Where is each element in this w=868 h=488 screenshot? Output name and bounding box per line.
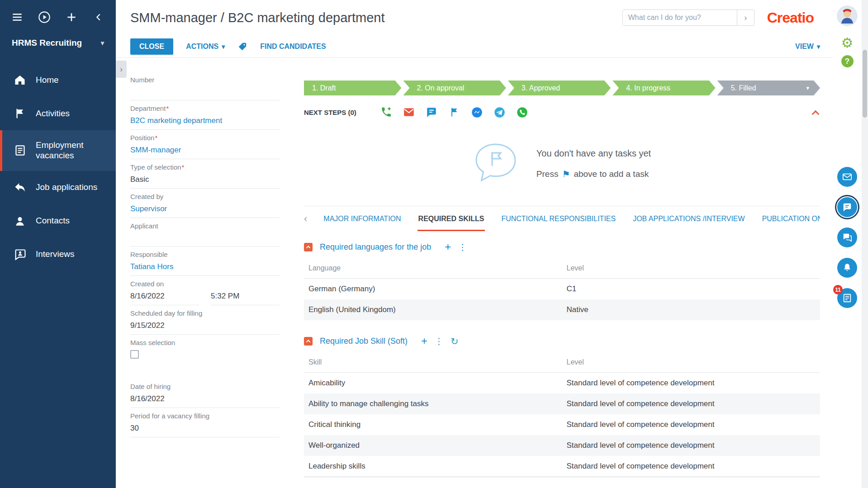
scheduled-day-value[interactable]: 9/15/2022: [130, 319, 280, 335]
section-title[interactable]: Required languages for the job: [320, 242, 431, 252]
field-applicant: Applicant: [130, 222, 280, 246]
workspace-selector[interactable]: HRMS Recruiting ▾: [0, 32, 116, 57]
column-header[interactable]: Level: [562, 353, 821, 373]
stage-approved[interactable]: 3. Approved: [508, 81, 611, 95]
sidebar-item-contacts[interactable]: Contacts: [0, 204, 116, 238]
tab-functional-responsibilities[interactable]: FUNCTIONAL RESPONSIBILITIES: [500, 207, 617, 231]
department-value[interactable]: B2C marketing department: [130, 114, 280, 130]
table-row[interactable]: Ability to manage challenging tasks Stan…: [304, 393, 820, 414]
more-options-icon[interactable]: ⋮: [435, 337, 443, 346]
email-icon[interactable]: [403, 106, 415, 118]
table-row[interactable]: Well-organized Standard level of compete…: [304, 435, 820, 456]
field-label: Period for a vacancy filling: [130, 412, 280, 420]
type-of-selection-value[interactable]: Basic: [130, 173, 280, 189]
empty-state-text: You don't have any tasks yet Press ⚑ abo…: [536, 148, 651, 180]
cell-skill: Well-organized: [304, 435, 562, 456]
stage-filled[interactable]: 5. Filled ▾: [717, 81, 820, 95]
sidebar-item-label: Job applications: [36, 182, 97, 193]
position-value[interactable]: SMM-manager: [130, 143, 280, 159]
number-input[interactable]: [130, 85, 280, 100]
table-row[interactable]: Amicability Standard level of competence…: [304, 373, 820, 394]
languages-table: Language Level German (Germany) C1 Engli…: [304, 259, 820, 320]
refresh-icon[interactable]: ↻: [451, 336, 459, 346]
collapse-next-steps-icon[interactable]: [813, 109, 820, 116]
close-button[interactable]: CLOSE: [130, 38, 173, 55]
responsible-value[interactable]: Tatiana Hors: [130, 260, 280, 276]
view-button[interactable]: VIEW ▾: [795, 43, 820, 51]
run-process-icon[interactable]: [38, 11, 51, 24]
add-row-icon[interactable]: +: [421, 336, 427, 346]
column-header[interactable]: Skill: [304, 353, 562, 373]
sidebar-item-employment-vacancies[interactable]: Employment vacancies: [0, 130, 116, 171]
tabs-scroll-left-icon[interactable]: ‹: [304, 213, 307, 225]
phone-call-icon[interactable]: [380, 106, 393, 118]
menu-icon[interactable]: [11, 11, 24, 24]
settings-gear-icon[interactable]: ⚙: [841, 36, 854, 50]
soft-skills-table: Skill Level Amicability Standard level o…: [304, 353, 820, 477]
user-avatar[interactable]: [837, 5, 858, 26]
tags-button[interactable]: [237, 42, 247, 52]
cell-language: German (Germany): [304, 279, 562, 300]
created-by-value[interactable]: Supervisor: [130, 202, 280, 218]
email-panel-button[interactable]: [837, 167, 857, 187]
search-input[interactable]: [623, 10, 737, 25]
tab-job-applications-interview[interactable]: JOB APPLICATIONS /INTERVIEW: [632, 207, 745, 231]
period-value[interactable]: 30: [130, 422, 280, 437]
chevron-down-icon[interactable]: ▾: [806, 85, 810, 91]
sidebar-item-interviews[interactable]: Interviews: [0, 238, 116, 271]
whatsapp-icon[interactable]: [516, 106, 528, 118]
table-row[interactable]: English (United Kingdom) Native: [304, 299, 820, 320]
field-label: Created by: [130, 193, 280, 200]
tab-required-skills[interactable]: REQUIRED SKILLS: [417, 207, 485, 231]
column-header[interactable]: Language: [304, 259, 562, 279]
table-row[interactable]: German (Germany) C1: [304, 279, 820, 300]
expand-panel-handle[interactable]: ›: [116, 61, 127, 78]
scrollbar-thumb[interactable]: [863, 50, 867, 118]
section-title[interactable]: Required Job Skill (Soft): [320, 336, 408, 346]
task-flag-icon[interactable]: [448, 106, 460, 118]
column-header[interactable]: Level: [562, 259, 821, 279]
chat-panel-button[interactable]: [837, 197, 857, 217]
add-record-icon[interactable]: [65, 11, 78, 24]
date-of-hiring-value[interactable]: 8/16/2022: [130, 392, 280, 408]
actions-button[interactable]: ACTIONS ▾: [186, 43, 225, 51]
tab-publication[interactable]: PUBLICATION ON A W: [761, 207, 820, 231]
sidebar-item-home[interactable]: Home: [0, 63, 116, 97]
page-header: SMM-manager / B2C marketing department ›…: [116, 0, 833, 35]
hint-suffix: above to add a task: [574, 169, 649, 179]
find-candidates-button[interactable]: FIND CANDIDATES: [260, 43, 326, 51]
table-row[interactable]: Critical thinking Standard level of comp…: [304, 414, 820, 435]
main-area: SMM-manager / B2C marketing department ›…: [116, 0, 833, 488]
telegram-icon[interactable]: [493, 106, 506, 118]
workspace-name: HRMS Recruiting: [12, 38, 82, 48]
created-on-date[interactable]: 8/16/2022: [130, 289, 199, 305]
collapse-sidebar-icon[interactable]: [92, 11, 105, 24]
chat-message-icon[interactable]: [425, 106, 438, 118]
table-row[interactable]: Leadership skills Standard level of comp…: [304, 456, 820, 477]
collapse-section-icon[interactable]: [304, 337, 313, 346]
sidebar-item-label: Activities: [36, 109, 70, 119]
business-process-tasks-button[interactable]: 11: [837, 288, 857, 308]
applicant-input[interactable]: [130, 232, 280, 246]
search-submit-icon[interactable]: ›: [737, 10, 754, 25]
stage-on-approval[interactable]: 2. On approval: [403, 81, 506, 95]
notifications-bell-button[interactable]: [837, 258, 857, 278]
feed-discussion-button[interactable]: [837, 227, 857, 247]
record-form-panel: Number Department B2C marketing departme…: [130, 58, 280, 488]
stage-in-progress[interactable]: 4. In progress: [612, 81, 715, 95]
created-on-time[interactable]: 5:32 PM: [211, 289, 280, 305]
communication-panel: 11: [837, 167, 857, 308]
stage-draft[interactable]: 1. Draft: [304, 81, 401, 95]
more-options-icon[interactable]: ⋮: [458, 243, 467, 251]
collapse-section-icon[interactable]: [304, 243, 313, 251]
sidebar-item-activities[interactable]: Activities: [0, 97, 116, 130]
sidebar-item-job-applications[interactable]: Job applications: [0, 171, 116, 204]
help-icon[interactable]: ?: [841, 55, 854, 67]
tab-major-information[interactable]: MAJOR INFORMATION: [323, 207, 402, 231]
mass-selection-checkbox[interactable]: [130, 350, 139, 359]
tasks-empty-state: You don't have any tasks yet Press ⚑ abo…: [304, 122, 820, 206]
messenger-icon[interactable]: [470, 106, 483, 118]
creatio-logo: Creatio: [767, 9, 814, 26]
add-row-icon[interactable]: +: [445, 242, 451, 252]
page-scrollbar[interactable]: [862, 0, 868, 488]
